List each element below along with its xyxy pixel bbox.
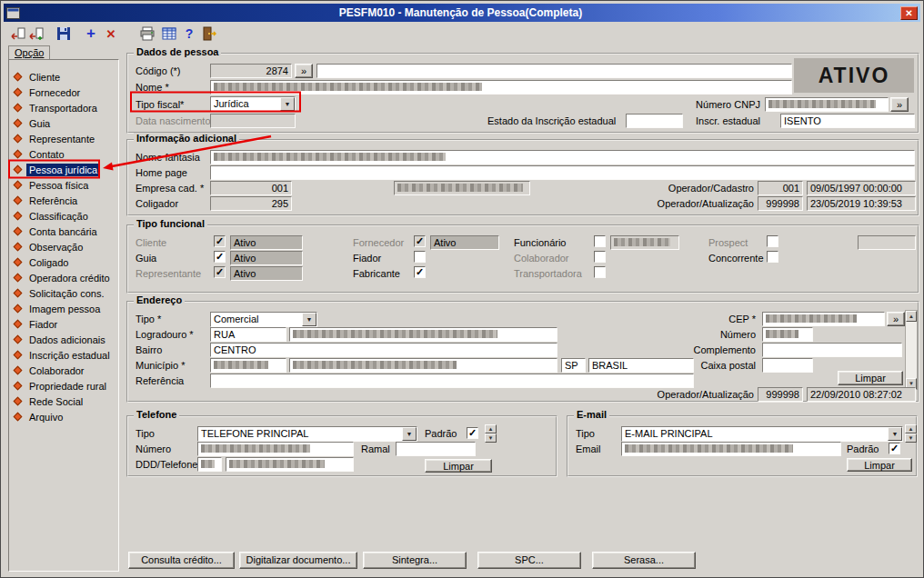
- tipo-fiscal-combo[interactable]: Jurídica▼: [210, 96, 296, 112]
- chevron-down-icon[interactable]: ▼: [302, 313, 316, 326]
- fabricante-checkbox[interactable]: ✓: [414, 266, 426, 278]
- redacted-text: [214, 361, 268, 369]
- ramal-field[interactable]: [396, 442, 476, 456]
- return-icon[interactable]: [10, 25, 26, 42]
- sidebar-item-solicitacao-cons[interactable]: Solicitação cons.: [11, 285, 116, 301]
- funcionario-checkbox[interactable]: [594, 235, 606, 247]
- redacted-text: [768, 100, 876, 108]
- sidebar-item-inscricao-estadual[interactable]: Inscrição estadual: [11, 347, 116, 363]
- ddd-telefone-field[interactable]: [226, 457, 354, 472]
- help-icon[interactable]: ?: [181, 25, 197, 42]
- email-scroll-down-icon[interactable]: ▼: [905, 434, 917, 443]
- sidebar-item-dados-adicionais[interactable]: Dados adicionais: [11, 332, 116, 347]
- bairro-field[interactable]: CENTRO: [210, 343, 557, 357]
- cnpj-field[interactable]: [765, 97, 889, 112]
- lookup-icon: »: [897, 99, 902, 110]
- sidebar-item-conta-bancaria[interactable]: Conta bancária: [11, 224, 116, 239]
- chevron-down-icon[interactable]: ▼: [888, 427, 902, 441]
- digitalizar-documento-button[interactable]: Digitalizar documento...: [239, 552, 357, 569]
- home-page-field[interactable]: [210, 165, 915, 180]
- email-tipo-combo[interactable]: E-MAIL PRINCIPAL▼: [621, 426, 903, 442]
- inscr-estadual-field[interactable]: ISENTO: [780, 114, 915, 128]
- telefone-padrao-checkbox[interactable]: ✓: [467, 427, 478, 439]
- sintegra-button[interactable]: Sintegra...: [363, 552, 467, 569]
- telefone-scroll-up-icon[interactable]: ▲: [485, 424, 497, 434]
- endereco-scrollbar[interactable]: ▲ ▼: [905, 310, 918, 390]
- sidebar-item-arquivo[interactable]: Arquivo: [11, 409, 116, 424]
- print-icon[interactable]: [139, 25, 156, 42]
- cnpj-lookup-button[interactable]: »: [890, 97, 909, 112]
- endereco-tipo-combo[interactable]: Comercial▼: [210, 312, 317, 327]
- sidebar-item-colaborador[interactable]: Colaborador: [11, 363, 116, 378]
- fiador-checkbox[interactable]: [414, 251, 426, 263]
- estado-inscricao-field[interactable]: [626, 114, 683, 128]
- email-limpar-button[interactable]: Limpar: [847, 458, 912, 472]
- spc-button[interactable]: SPC...: [477, 552, 581, 569]
- email-padrao-checkbox[interactable]: ✓: [889, 443, 900, 454]
- sidebar-item-pessoa-fisica[interactable]: Pessoa física: [11, 177, 116, 193]
- return-new-icon[interactable]: [28, 25, 45, 42]
- grid-icon[interactable]: [161, 25, 177, 42]
- sidebar-item-pessoa-juridica[interactable]: Pessoa jurídica: [11, 162, 116, 177]
- chevron-down-icon[interactable]: ▼: [280, 97, 295, 111]
- sidebar-item-classificacao[interactable]: Classificação: [11, 208, 116, 224]
- delete-icon[interactable]: ✕: [103, 25, 119, 42]
- complemento-field[interactable]: [762, 343, 902, 357]
- sidebar-item-transportadora[interactable]: Transportadora: [11, 100, 116, 115]
- prospect-checkbox[interactable]: [767, 235, 778, 247]
- sidebar-item-fiador[interactable]: Fiador: [11, 316, 116, 332]
- transportadora-checkbox[interactable]: [594, 266, 606, 278]
- concorrente-checkbox[interactable]: [767, 251, 778, 263]
- municipio-codigo-field[interactable]: [210, 358, 286, 373]
- sidebar-item-observacao[interactable]: Observação: [11, 239, 116, 254]
- diamond-bullet-icon: [14, 289, 23, 298]
- redacted-text: [397, 184, 523, 192]
- telefone-scroll-down-icon[interactable]: ▼: [485, 434, 497, 443]
- sidebar-item-propriedade-rural[interactable]: Propriedade rural: [11, 378, 116, 394]
- check-icon: ✓: [215, 267, 225, 277]
- consulta-credito-button[interactable]: Consulta crédito...: [128, 552, 235, 569]
- municipio-field[interactable]: [289, 358, 557, 373]
- uf-field[interactable]: SP: [561, 358, 586, 373]
- logradouro-field[interactable]: [289, 327, 557, 342]
- tab-opcao[interactable]: Opção: [8, 45, 50, 60]
- colaborador-checkbox[interactable]: [594, 251, 606, 263]
- numero-field[interactable]: [762, 327, 813, 342]
- ddd-field[interactable]: [197, 457, 222, 472]
- add-icon[interactable]: +: [83, 25, 99, 42]
- sidebar-item-representante[interactable]: Representante: [11, 131, 116, 146]
- telefone-limpar-button[interactable]: Limpar: [425, 459, 492, 473]
- cep-field[interactable]: [762, 312, 885, 326]
- referencia-field[interactable]: [210, 374, 694, 388]
- sidebar-item-cliente[interactable]: Cliente: [11, 69, 116, 85]
- codigo-lookup-button[interactable]: »: [295, 64, 313, 78]
- caixa-postal-field[interactable]: [762, 358, 813, 373]
- chevron-down-icon[interactable]: ▼: [402, 427, 417, 441]
- sidebar-item-coligado[interactable]: Coligado: [11, 254, 116, 270]
- cep-lookup-button[interactable]: »: [887, 312, 905, 326]
- scroll-up-icon[interactable]: ▲: [906, 311, 917, 322]
- codigo-descricao-field[interactable]: [316, 64, 792, 78]
- save-icon[interactable]: [55, 25, 72, 42]
- nome-fantasia-field[interactable]: [210, 150, 915, 164]
- guia-checkbox[interactable]: ✓: [214, 251, 226, 263]
- email-scroll-up-icon[interactable]: ▲: [905, 424, 917, 434]
- close-button[interactable]: ✕: [900, 6, 918, 20]
- telefone-numero-field[interactable]: [197, 442, 354, 456]
- diamond-bullet-icon: [14, 73, 23, 82]
- sidebar-item-rede-social[interactable]: Rede Social: [11, 394, 116, 409]
- sidebar-item-fornecedor[interactable]: Fornecedor: [11, 85, 116, 100]
- sidebar-item-operadora-credito[interactable]: Operadora crédito: [11, 270, 116, 285]
- sidebar-item-imagem-pessoa[interactable]: Imagem pessoa: [11, 301, 116, 316]
- nome-field[interactable]: [210, 80, 792, 95]
- email-field[interactable]: [621, 442, 841, 456]
- endereco-limpar-button[interactable]: Limpar: [838, 371, 903, 385]
- sidebar-item-contato[interactable]: Contato: [11, 146, 116, 162]
- sidebar-item-referencia[interactable]: Referência: [11, 193, 116, 208]
- exit-icon[interactable]: [201, 25, 217, 42]
- logradouro-tipo-field[interactable]: RUA: [210, 327, 286, 342]
- telefone-tipo-combo[interactable]: TELEFONE PRINCIPAL▼: [197, 426, 417, 442]
- serasa-button[interactable]: Serasa...: [592, 552, 696, 569]
- operador-cadastro-data-field: 09/05/1997 00:00:00: [807, 181, 916, 195]
- sidebar-item-guia[interactable]: Guia: [11, 115, 116, 131]
